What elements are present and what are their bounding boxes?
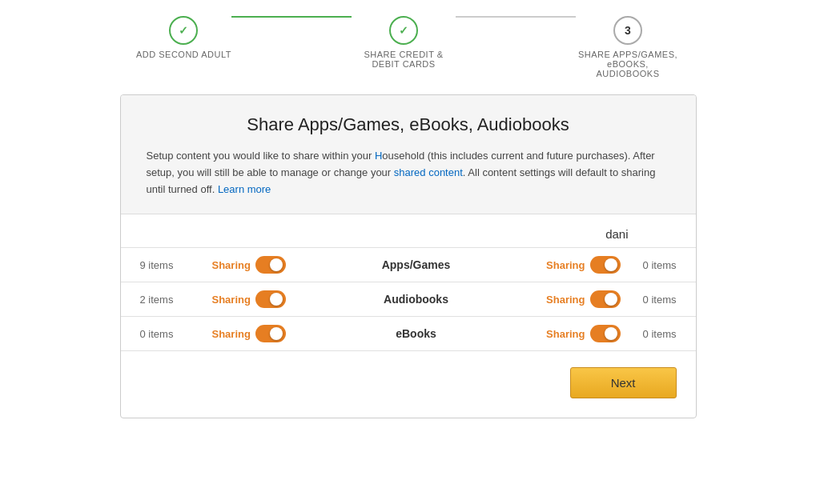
right-sharing-apps: Sharing	[525, 256, 621, 274]
table-row: 9 items Sharing Apps/Games Sharing 0 i	[121, 247, 696, 282]
table-row: 0 items Sharing eBooks Sharing 0 items	[121, 316, 696, 351]
right-toggle-audio[interactable]	[590, 290, 621, 308]
step-1-label: ADD SECOND ADULT	[136, 50, 231, 59]
step-3-label: SHARE APPS/GAMES, eBOOKS, AUDIOBOOKS	[576, 50, 680, 78]
right-sharing-label-apps: Sharing	[546, 259, 585, 271]
info-box: Share Apps/Games, eBooks, Audiobooks Set…	[121, 95, 696, 214]
sharing-table: dani 9 items Sharing Apps/Games Sharing	[121, 214, 696, 351]
right-sharing-label-ebooks: Sharing	[546, 328, 585, 340]
left-sharing-label-audio: Sharing	[212, 294, 251, 306]
step-1-circle: ✓	[169, 16, 198, 45]
table-row: 2 items Sharing Audiobooks Sharing 0 i	[121, 282, 696, 316]
left-sharing-label-apps: Sharing	[212, 259, 251, 271]
card-title: Share Apps/Games, eBooks, Audiobooks	[147, 114, 670, 135]
connector-2	[456, 16, 576, 18]
left-toggle-ebooks[interactable]	[255, 325, 286, 342]
right-items-audio: 0 items	[621, 294, 677, 306]
category-apps: Apps/Games	[308, 258, 525, 271]
step-2-label: SHARE CREDIT & DEBIT CARDS	[352, 50, 456, 69]
left-toggle-audio[interactable]	[255, 290, 286, 308]
left-items-apps: 9 items	[140, 259, 212, 271]
category-ebooks: eBooks	[308, 327, 525, 340]
household-link[interactable]: H	[375, 150, 382, 162]
step-3: 3 SHARE APPS/GAMES, eBOOKS, AUDIOBOOKS	[576, 16, 680, 78]
left-items-ebooks: 0 items	[140, 328, 212, 340]
main-card: Share Apps/Games, eBooks, Audiobooks Set…	[120, 94, 697, 418]
learn-more-link[interactable]: Learn more	[218, 183, 271, 195]
left-sharing-audio: Sharing	[212, 290, 308, 308]
right-sharing-label-audio: Sharing	[546, 294, 585, 306]
right-sharing-audio: Sharing	[525, 290, 621, 308]
left-items-audio: 2 items	[140, 294, 212, 306]
right-toggle-ebooks[interactable]	[590, 325, 621, 342]
shared-content-link[interactable]: shared content	[394, 166, 463, 178]
left-sharing-label-ebooks: Sharing	[212, 328, 251, 340]
bottom-section: Next	[121, 351, 696, 418]
left-toggle-apps[interactable]	[255, 256, 286, 274]
right-items-apps: 0 items	[621, 259, 677, 271]
card-description: Setup content you would like to share wi…	[147, 148, 670, 198]
table-header: dani	[121, 224, 696, 247]
right-toggle-apps[interactable]	[590, 256, 621, 274]
left-sharing-apps: Sharing	[212, 256, 308, 274]
category-audio: Audiobooks	[308, 293, 525, 306]
step-1: ✓ ADD SECOND ADULT	[136, 16, 231, 59]
left-sharing-ebooks: Sharing	[212, 325, 308, 342]
stepper: ✓ ADD SECOND ADULT ✓ SHARE CREDIT & DEBI…	[0, 0, 816, 94]
right-items-ebooks: 0 items	[621, 328, 677, 340]
next-button[interactable]: Next	[570, 367, 677, 398]
step-2-circle: ✓	[389, 16, 418, 45]
right-sharing-ebooks: Sharing	[525, 325, 621, 342]
user-name: dani	[605, 227, 628, 241]
step-2: ✓ SHARE CREDIT & DEBIT CARDS	[352, 16, 456, 69]
connector-1	[231, 16, 352, 18]
step-3-circle: 3	[613, 16, 642, 45]
